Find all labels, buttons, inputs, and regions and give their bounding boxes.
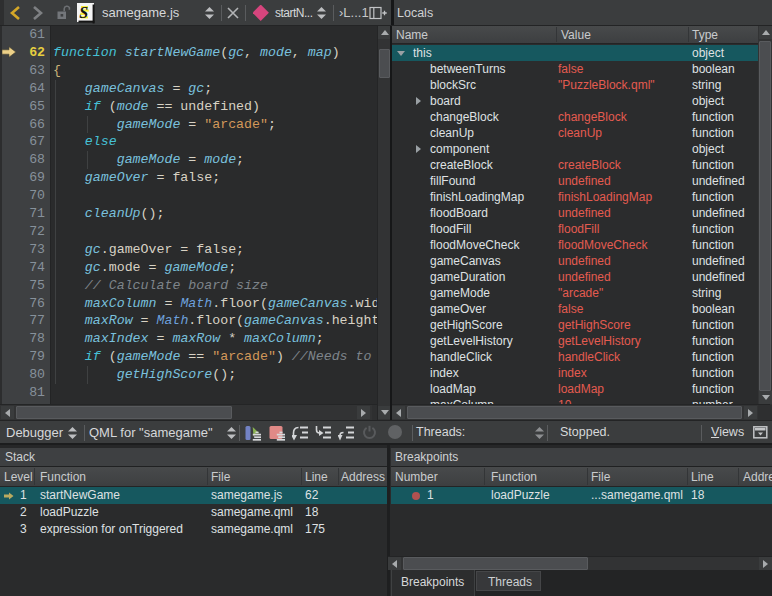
svg-text:S: S xyxy=(79,4,88,21)
